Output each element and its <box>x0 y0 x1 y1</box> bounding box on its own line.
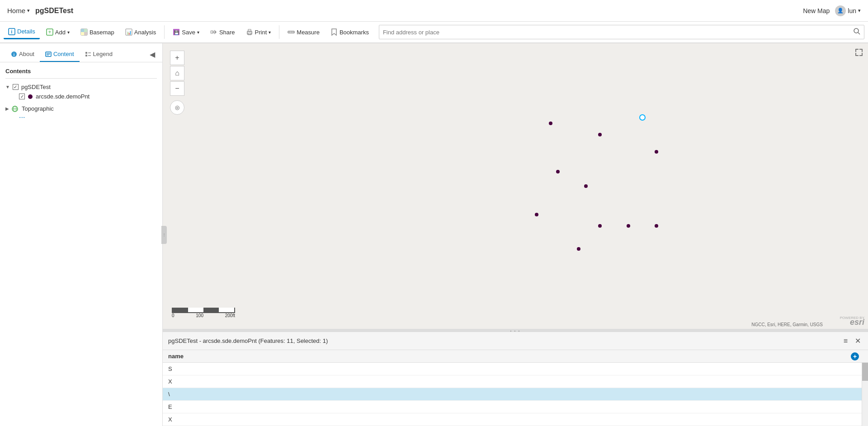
locate-button[interactable]: ◎ <box>170 100 184 115</box>
scale-seg-4 <box>219 308 234 312</box>
tab-legend[interactable]: Legend <box>80 47 118 62</box>
measure-icon <box>288 28 295 36</box>
table-row-1[interactable]: X <box>163 375 868 388</box>
print-button[interactable]: Print ▾ <box>241 26 276 38</box>
table-scrollbar[interactable] <box>862 363 868 426</box>
svg-rect-7 <box>81 32 84 35</box>
scale-label-0: 0 <box>172 313 175 318</box>
map-point-7[interactable] <box>598 224 602 228</box>
layer-item-topographic[interactable]: ▶ Topographic <box>5 104 157 113</box>
analysis-icon: 📊 <box>125 28 132 36</box>
row-value-0: S <box>168 365 172 372</box>
table-row-2-selected[interactable]: \ <box>163 388 868 401</box>
basemap-icon <box>80 28 88 36</box>
home-label: Home <box>7 7 25 14</box>
about-label: About <box>19 51 34 57</box>
search-icon[interactable] <box>849 28 864 37</box>
layer-checkbox-demoPnt[interactable] <box>19 94 25 99</box>
layer-item-pgSDE[interactable]: ▼ pgSDETest <box>5 82 157 92</box>
map-point-6[interactable] <box>535 213 538 216</box>
map-point-3[interactable] <box>655 150 658 154</box>
zoom-in-button[interactable]: + <box>170 51 184 65</box>
svg-text:+: + <box>48 29 51 35</box>
table-row-0[interactable]: S <box>163 363 868 375</box>
scale-bar: 0 100 200ft <box>172 308 235 318</box>
sidebar-collapse-handle[interactable]: ⋮ <box>161 226 167 244</box>
map-point-9[interactable] <box>655 224 658 228</box>
layer-icon-demoPnt <box>28 94 33 99</box>
contents-title: Contents <box>5 68 157 79</box>
measure-button[interactable]: Measure <box>283 26 324 38</box>
svg-rect-8 <box>84 32 87 35</box>
toolbar: i Details + Add ▾ Basemap 📊 Analysis 💾 S… <box>0 22 868 43</box>
sidebar: i About Content Legend ◀ Contents ▼ pgSD… <box>0 43 163 426</box>
svg-line-22 <box>858 33 860 34</box>
print-icon <box>246 28 253 36</box>
scale-bar-line <box>172 308 235 313</box>
top-bar-right: New Map 👤 lun ▾ <box>803 5 861 16</box>
home-button[interactable]: ⌂ <box>170 66 184 80</box>
toolbar-sep-1 <box>164 25 165 39</box>
panel-close-button[interactable]: ✕ <box>853 336 863 346</box>
data-table: name + S X \ E <box>163 350 868 426</box>
layer-dots[interactable]: ··· <box>19 113 157 122</box>
app-title: pgSDETest <box>35 7 73 15</box>
scale-label-2: 200ft <box>225 313 235 318</box>
resize-dots: • • • <box>510 329 521 333</box>
panel-menu-button[interactable]: ≡ <box>842 336 849 346</box>
content-label: Content <box>53 51 74 57</box>
map-point-0[interactable] <box>549 122 552 125</box>
share-icon <box>210 28 217 36</box>
details-button[interactable]: i Details <box>4 25 40 39</box>
map-point-1[interactable] <box>598 133 602 136</box>
add-button[interactable]: + Add ▾ <box>42 26 74 38</box>
new-map-button[interactable]: New Map <box>803 7 830 14</box>
zoom-out-button[interactable]: − <box>170 81 184 96</box>
svg-rect-29 <box>85 52 87 54</box>
home-link[interactable]: Home ▾ <box>7 7 30 14</box>
map-point-8[interactable] <box>627 224 630 228</box>
basemap-label: Basemap <box>90 29 114 36</box>
map-point-4[interactable] <box>584 184 588 188</box>
bookmarks-button[interactable]: Bookmarks <box>326 26 373 38</box>
scale-labels: 0 100 200ft <box>172 313 235 318</box>
layer-item-demoPnt[interactable]: arcsde.sde.demoPnt <box>19 92 157 101</box>
collapse-sidebar-button[interactable]: ◀ <box>148 48 157 61</box>
search-input[interactable] <box>379 29 849 36</box>
basemap-button[interactable]: Basemap <box>76 26 119 38</box>
table-row-4[interactable]: X <box>163 413 868 426</box>
bottom-panel-actions: ≡ ✕ <box>842 336 863 346</box>
svg-text:i: i <box>11 29 13 34</box>
content-icon <box>45 51 52 57</box>
map-point-2-selected[interactable] <box>639 114 646 121</box>
row-value-3: E <box>168 403 172 410</box>
table-row-3[interactable]: E <box>163 401 868 413</box>
tab-content[interactable]: Content <box>40 47 80 62</box>
scale-seg-2 <box>188 308 203 312</box>
map-point-5[interactable] <box>556 170 560 173</box>
user-avatar: 👤 <box>835 5 846 16</box>
analysis-button[interactable]: 📊 Analysis <box>121 26 160 38</box>
map-ctrl-sep <box>170 97 184 99</box>
layer-checkbox-pgSDE[interactable] <box>13 84 19 90</box>
analysis-label: Analysis <box>134 29 156 36</box>
details-icon: i <box>8 28 15 35</box>
map-container: + ⌂ − ◎ <box>163 43 868 426</box>
user-arrow: ▾ <box>858 8 861 14</box>
add-column-button[interactable]: + <box>851 352 859 360</box>
map-point-10[interactable] <box>577 247 580 251</box>
save-icon: 💾 <box>173 28 180 36</box>
map-view[interactable]: + ⌂ − ◎ <box>163 43 868 329</box>
top-bar-left: Home ▾ pgSDETest <box>7 7 73 15</box>
expand-map-button[interactable] <box>854 47 864 58</box>
share-button[interactable]: Share <box>206 26 240 38</box>
tab-about[interactable]: i About <box>5 47 40 62</box>
save-label: Save <box>182 29 195 36</box>
table-scrollbar-thumb[interactable] <box>862 363 868 381</box>
user-button[interactable]: 👤 lun ▾ <box>835 5 861 16</box>
svg-rect-31 <box>85 55 87 56</box>
home-arrow: ▾ <box>27 8 30 14</box>
table-scroll: S X \ E X <box>163 363 868 426</box>
svg-rect-5 <box>81 29 84 32</box>
save-button[interactable]: 💾 Save ▾ <box>168 26 204 38</box>
